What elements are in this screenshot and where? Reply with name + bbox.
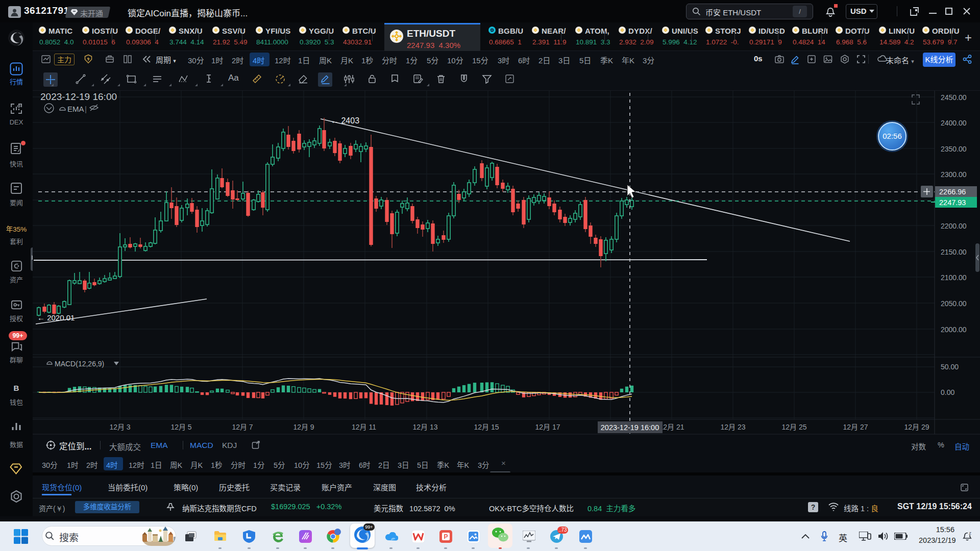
svg-text:2050.00: 2050.00 <box>941 299 967 308</box>
svg-text:2023-12-19 16:00: 2023-12-19 16:00 <box>40 91 117 102</box>
svg-text:12月 7: 12月 7 <box>232 423 253 431</box>
svg-text:12月 9: 12月 9 <box>293 423 314 431</box>
svg-text:2400.00: 2400.00 <box>941 119 967 127</box>
svg-text:← 2403: ← 2403 <box>331 116 359 125</box>
svg-text:P: P <box>444 533 448 540</box>
svg-text:MACD(12,26,9): MACD(12,26,9) <box>55 360 104 368</box>
svg-text:12月 5: 12月 5 <box>170 423 191 431</box>
svg-text:0.00: 0.00 <box>941 388 954 396</box>
svg-text:2450.00: 2450.00 <box>941 93 967 102</box>
svg-text:12月 15: 12月 15 <box>474 423 499 431</box>
svg-text:02:56: 02:56 <box>883 132 902 140</box>
svg-text:EMA: EMA <box>67 105 84 113</box>
svg-text:2300.00: 2300.00 <box>941 170 967 179</box>
svg-text:12月 29: 12月 29 <box>904 423 929 431</box>
svg-text:50.00: 50.00 <box>941 363 959 371</box>
svg-text:12月 3: 12月 3 <box>109 423 130 431</box>
svg-text:2100.00: 2100.00 <box>941 273 967 282</box>
svg-text:2023-12-19 16:00: 2023-12-19 16:00 <box>601 423 659 432</box>
svg-text:2247.93: 2247.93 <box>939 198 966 207</box>
svg-text:12月 21: 12月 21 <box>659 423 684 431</box>
svg-text:← 2020.01: ← 2020.01 <box>37 313 75 322</box>
svg-text:2000.00: 2000.00 <box>941 325 967 334</box>
svg-text:2200.00: 2200.00 <box>941 222 967 230</box>
svg-text:2350.00: 2350.00 <box>941 145 967 153</box>
svg-text:12月 17: 12月 17 <box>535 423 560 431</box>
svg-text:Z: Z <box>969 531 971 536</box>
svg-text:|: | <box>85 105 87 113</box>
svg-text:12月 27: 12月 27 <box>843 423 868 431</box>
svg-text:2266.96: 2266.96 <box>939 188 966 196</box>
svg-text:12月 25: 12月 25 <box>781 423 806 431</box>
svg-text:2150.00: 2150.00 <box>941 248 967 256</box>
svg-text:12月 23: 12月 23 <box>720 423 745 431</box>
svg-text:12月 13: 12月 13 <box>412 423 437 431</box>
svg-text:12月 11: 12月 11 <box>352 423 376 431</box>
